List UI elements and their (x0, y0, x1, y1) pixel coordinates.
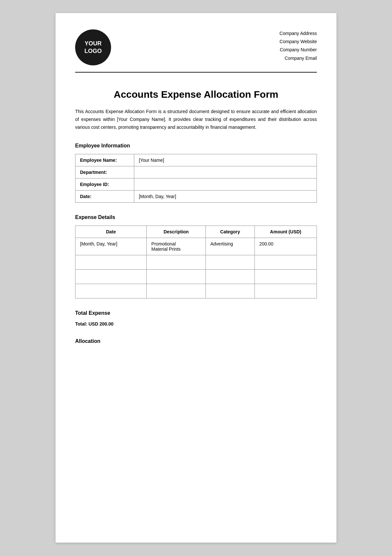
document-title: Accounts Expense Allocation Form (75, 89, 317, 100)
expense-details-table: DateDescriptionCategoryAmount (USD) [Mon… (75, 226, 317, 298)
column-header: Description (147, 226, 206, 238)
column-header: Amount (USD) (254, 226, 317, 238)
table-row (75, 255, 317, 270)
expense-details-section: Expense Details DateDescriptionCategoryA… (75, 214, 317, 298)
cell: Advertising (205, 238, 254, 255)
field-label: Department: (75, 166, 134, 178)
logo-line1: YOUR (85, 40, 102, 47)
employee-info-table: Employee Name:[Your Name]Department:Empl… (75, 154, 317, 203)
cell (75, 270, 147, 284)
field-label: Employee ID: (75, 178, 134, 191)
field-value: [Your Name] (134, 154, 317, 166)
document-description: This Accounts Expense Allocation Form is… (75, 108, 317, 131)
field-label: Date: (75, 191, 134, 203)
cell (75, 255, 147, 270)
cell (254, 255, 317, 270)
allocation-section: Allocation (75, 338, 317, 344)
cell: [Month, Day, Year] (75, 238, 147, 255)
cell (75, 284, 147, 298)
cell (205, 255, 254, 270)
employee-info-section: Employee Information Employee Name:[Your… (75, 143, 317, 203)
total-expense-section: Total Expense Total: USD 200.00 (75, 310, 317, 327)
total-value: USD 200.00 (89, 321, 113, 327)
table-row: Employee Name:[Your Name] (75, 154, 317, 166)
allocation-title: Allocation (75, 338, 317, 344)
field-value (134, 166, 317, 178)
cell: 200.00 (254, 238, 317, 255)
total-label: Total: (75, 321, 87, 327)
document-page: YOUR LOGO Company Address Company Websit… (56, 13, 336, 543)
company-website: Company Website (280, 38, 317, 46)
cell (254, 270, 317, 284)
table-row (75, 284, 317, 298)
total-expense-title: Total Expense (75, 310, 317, 316)
employee-info-title: Employee Information (75, 143, 317, 149)
logo-line2: LOGO (85, 47, 102, 55)
cell (147, 284, 206, 298)
total-amount: Total: USD 200.00 (75, 321, 317, 327)
expense-header-row: DateDescriptionCategoryAmount (USD) (75, 226, 317, 238)
cell (205, 270, 254, 284)
table-row (75, 270, 317, 284)
column-header: Category (205, 226, 254, 238)
company-number: Company Number (280, 46, 317, 54)
table-row: Department: (75, 166, 317, 178)
cell (147, 255, 206, 270)
company-email: Company Email (280, 54, 317, 62)
table-row: [Month, Day, Year]PromotionalMaterial Pr… (75, 238, 317, 255)
cell (205, 284, 254, 298)
header: YOUR LOGO Company Address Company Websit… (75, 29, 317, 73)
cell: PromotionalMaterial Prints (147, 238, 206, 255)
column-header: Date (75, 226, 147, 238)
table-row: Employee ID: (75, 178, 317, 191)
cell (254, 284, 317, 298)
company-logo: YOUR LOGO (75, 29, 111, 65)
expense-details-title: Expense Details (75, 214, 317, 220)
cell (147, 270, 206, 284)
field-value (134, 178, 317, 191)
company-address: Company Address (280, 29, 317, 38)
field-value: [Month, Day, Year] (134, 191, 317, 203)
table-row: Date:[Month, Day, Year] (75, 191, 317, 203)
company-info: Company Address Company Website Company … (280, 29, 317, 62)
field-label: Employee Name: (75, 154, 134, 166)
